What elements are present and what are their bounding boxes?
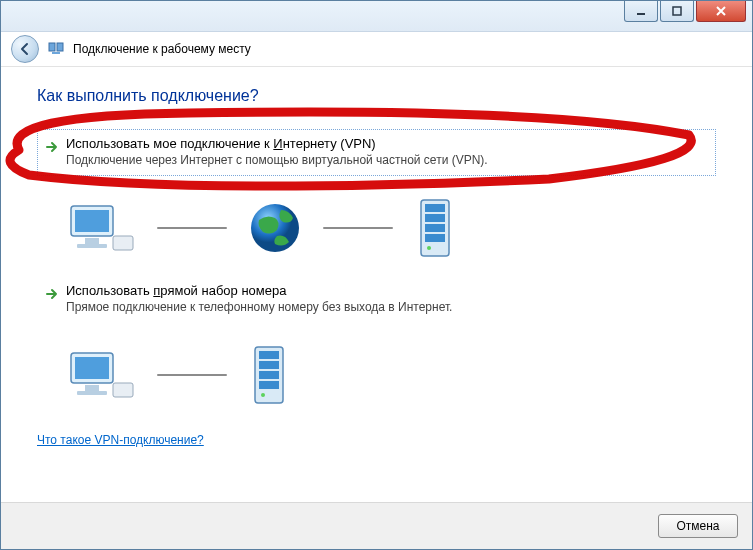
- computer-icon: [65, 200, 137, 256]
- caption-bar: [1, 1, 752, 32]
- svg-rect-18: [75, 357, 109, 379]
- svg-rect-21: [113, 383, 133, 397]
- maximize-button[interactable]: [660, 1, 694, 22]
- illustration-vpn: [37, 184, 716, 276]
- svg-rect-8: [77, 244, 107, 248]
- connector-line: [157, 227, 227, 229]
- connector-line: [157, 374, 227, 376]
- connector-line: [323, 227, 393, 229]
- wizard-header: Подключение к рабочему месту: [1, 32, 752, 67]
- back-arrow-icon: [18, 42, 32, 56]
- close-icon: [715, 6, 727, 16]
- help-link-vpn[interactable]: Что такое VPN-подключение?: [37, 433, 204, 447]
- svg-rect-12: [425, 204, 445, 212]
- server-icon: [247, 343, 291, 407]
- svg-rect-23: [259, 351, 279, 359]
- option-vpn-desc: Подключение через Интернет с помощью вир…: [66, 153, 705, 167]
- option-dialup-desc: Прямое подключение к телефонному номеру …: [66, 300, 705, 314]
- svg-rect-0: [637, 13, 645, 15]
- svg-rect-19: [85, 385, 99, 391]
- computer-icon: [65, 347, 137, 403]
- caption-buttons: [624, 1, 746, 22]
- svg-rect-7: [85, 238, 99, 244]
- content-area: Как выполнить подключение? Использовать …: [1, 67, 752, 447]
- svg-rect-14: [425, 224, 445, 232]
- page-heading: Как выполнить подключение?: [37, 87, 716, 105]
- svg-rect-25: [259, 371, 279, 379]
- svg-rect-20: [77, 391, 107, 395]
- option-vpn-title: Использовать мое подключение к Интернету…: [66, 136, 705, 151]
- globe-icon: [247, 200, 303, 256]
- network-icon: [47, 40, 65, 58]
- wizard-window: Подключение к рабочему месту Как выполни…: [0, 0, 753, 550]
- svg-rect-2: [49, 43, 55, 51]
- back-button[interactable]: [11, 35, 39, 63]
- server-icon: [413, 196, 457, 260]
- minimize-icon: [636, 6, 646, 16]
- svg-rect-9: [113, 236, 133, 250]
- svg-rect-26: [259, 381, 279, 389]
- option-vpn[interactable]: Использовать мое подключение к Интернету…: [37, 129, 716, 176]
- svg-rect-4: [52, 52, 60, 54]
- svg-rect-24: [259, 361, 279, 369]
- svg-rect-1: [673, 7, 681, 15]
- close-button[interactable]: [696, 1, 746, 22]
- svg-point-16: [427, 246, 431, 250]
- svg-rect-6: [75, 210, 109, 232]
- option-dialup-title: Использовать прямой набор номера: [66, 283, 705, 298]
- svg-rect-3: [57, 43, 63, 51]
- illustration-dialup: [37, 331, 716, 423]
- arrow-right-icon: [44, 286, 60, 302]
- minimize-button[interactable]: [624, 1, 658, 22]
- arrow-right-icon: [44, 139, 60, 155]
- svg-rect-15: [425, 234, 445, 242]
- cancel-button[interactable]: Отмена: [658, 514, 738, 538]
- maximize-icon: [672, 6, 682, 16]
- option-dialup[interactable]: Использовать прямой набор номера Прямое …: [37, 276, 716, 323]
- svg-point-27: [261, 393, 265, 397]
- wizard-title: Подключение к рабочему месту: [73, 42, 251, 56]
- svg-rect-13: [425, 214, 445, 222]
- bottom-bar: Отмена: [1, 502, 752, 549]
